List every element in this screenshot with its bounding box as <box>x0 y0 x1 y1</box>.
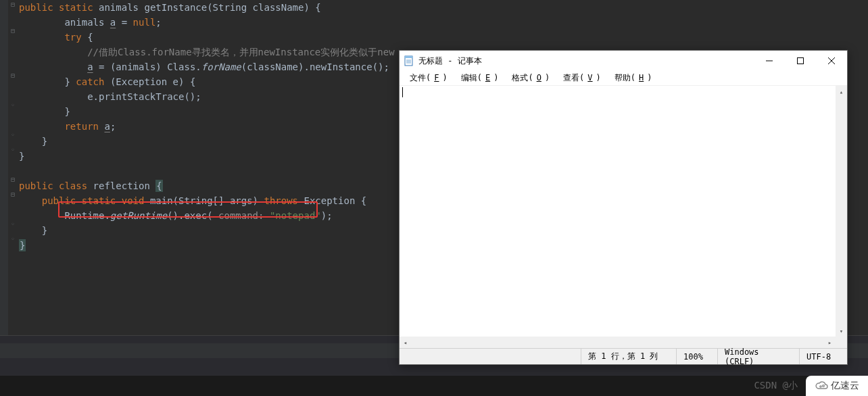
fold-icon[interactable]: ⊟ <box>8 190 18 198</box>
code-token: } <box>19 151 24 162</box>
scroll-up-icon[interactable]: ▴ <box>836 86 847 97</box>
svg-rect-1 <box>405 56 412 58</box>
close-button[interactable] <box>816 51 847 71</box>
menu-help[interactable]: 帮助(H) <box>608 71 659 85</box>
code-token: } <box>19 76 76 87</box>
gutter <box>0 0 8 335</box>
fold-icon[interactable]: ◦ <box>8 220 18 228</box>
notepad-window[interactable]: 无标题 - 记事本 文件(F) 编辑(E) 格式(O) 查看(V) 帮助(H) … <box>399 50 848 365</box>
notepad-menubar[interactable]: 文件(F) 编辑(E) 格式(O) 查看(V) 帮助(H) <box>400 71 847 85</box>
fold-icon[interactable]: ⊟ <box>8 71 18 79</box>
code-token: a <box>87 61 93 72</box>
code-token: animals <box>99 2 144 13</box>
code-token: animals <box>19 17 110 28</box>
scrollbar-corner <box>836 337 847 348</box>
fold-icon[interactable]: ⊟ <box>8 26 18 34</box>
code-token: try <box>64 32 87 43</box>
svg-rect-6 <box>798 58 804 64</box>
code-token: getInstance <box>144 2 207 13</box>
fold-icon[interactable]: ◦ <box>8 234 18 243</box>
fold-icon[interactable]: ⊟ <box>8 175 18 183</box>
code-token: { <box>87 32 93 43</box>
svg-point-10 <box>820 386 821 387</box>
notepad-titlebar[interactable]: 无标题 - 记事本 <box>400 51 847 71</box>
status-position: 第 1 行，第 1 列 <box>581 349 676 364</box>
code-token: { <box>155 180 162 192</box>
cloud-icon <box>815 381 828 391</box>
code-token <box>19 32 64 43</box>
code-token: = <box>116 17 132 28</box>
fold-icon[interactable]: ◦ <box>8 101 18 109</box>
code-token: return <box>64 121 104 132</box>
notepad-textarea[interactable]: ▴ ▾ ◂ ▸ <box>400 85 847 348</box>
scroll-right-icon[interactable]: ▸ <box>824 337 836 348</box>
scroll-left-icon[interactable]: ◂ <box>400 337 411 348</box>
maximize-button[interactable] <box>785 51 816 71</box>
menu-view[interactable]: 查看(V) <box>556 71 608 85</box>
brand-label: 亿速云 <box>831 380 859 392</box>
code-token: a <box>104 121 110 132</box>
code-token: //借助Class.forName寻找类名，并用newInstance实例化类似… <box>87 47 394 57</box>
notepad-title: 无标题 - 记事本 <box>418 55 754 67</box>
status-zoom: 100% <box>676 349 717 364</box>
code-token: ; <box>110 121 116 132</box>
svg-point-9 <box>823 385 825 387</box>
code-token: public class <box>19 180 93 191</box>
vertical-scrollbar[interactable]: ▴ ▾ <box>836 86 847 337</box>
highlight-box <box>58 201 318 218</box>
code-token <box>19 47 87 57</box>
text-caret <box>402 87 403 97</box>
csdn-watermark: CSDN @小 <box>754 380 800 392</box>
code-token: public static <box>19 2 99 13</box>
code-area[interactable]: public static animals getInstance(String… <box>19 0 30 268</box>
horizontal-scrollbar[interactable]: ◂ ▸ <box>400 337 836 348</box>
brand-badge[interactable]: 亿速云 <box>806 376 868 396</box>
fold-icon[interactable]: ◦ <box>8 130 18 139</box>
menu-format[interactable]: 格式(O) <box>505 71 556 85</box>
code-token: } <box>19 136 47 147</box>
code-token: } <box>19 106 70 117</box>
code-token: (String className) { <box>207 2 321 13</box>
status-eol: Windows (CRLF) <box>717 349 799 364</box>
code-token: e.printStackTrace(); <box>19 91 201 102</box>
code-token <box>19 121 64 132</box>
code-token: reflection <box>93 180 156 191</box>
code-token: = (animals) Class. <box>93 61 201 72</box>
scroll-down-icon[interactable]: ▾ <box>836 325 847 337</box>
code-token: (className).newInstance(); <box>241 61 389 72</box>
code-token: (Exception e) { <box>110 76 195 87</box>
code-token: ); <box>321 210 333 221</box>
fold-icon[interactable]: ◦ <box>8 145 18 153</box>
fold-bar: ⊟ ⊟ ⊟ ◦ ◦ ◦ ⊟ ⊟ ◦ ◦ <box>8 0 19 335</box>
code-token: } <box>19 239 26 251</box>
fold-icon[interactable]: ⊟ <box>8 0 18 8</box>
code-token: ; <box>155 17 161 28</box>
notepad-app-icon <box>404 55 414 66</box>
menu-edit[interactable]: 编辑(E) <box>454 71 506 85</box>
menu-file[interactable]: 文件(F) <box>403 71 454 85</box>
code-token: catch <box>76 76 110 87</box>
code-token: } <box>19 225 47 236</box>
page-footer: CSDN @小 <box>0 376 868 396</box>
code-token: forName <box>201 61 241 72</box>
code-token: null <box>133 17 156 28</box>
code-token <box>19 61 87 72</box>
code-token <box>19 195 42 206</box>
status-encoding: UTF-8 <box>799 349 847 364</box>
notepad-statusbar: 第 1 行，第 1 列 100% Windows (CRLF) UTF-8 <box>400 348 847 364</box>
minimize-button[interactable] <box>754 51 785 71</box>
